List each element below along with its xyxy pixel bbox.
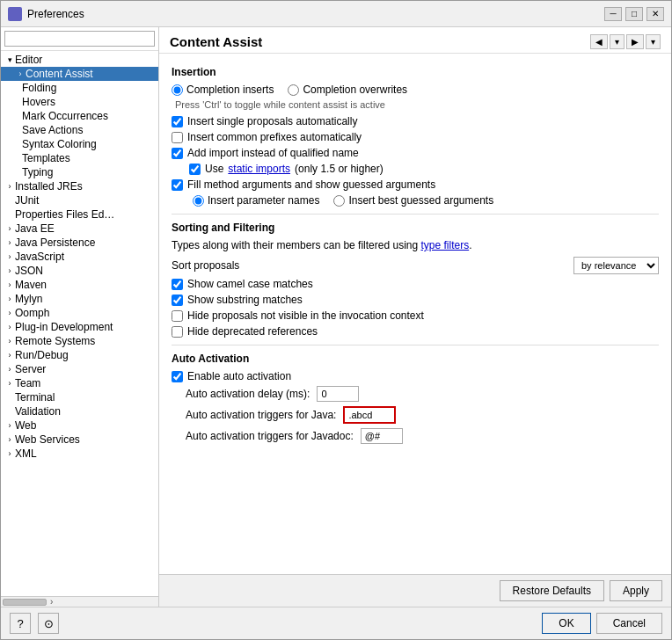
apply-button[interactable]: Apply <box>610 580 662 601</box>
forward-dropdown-button[interactable]: ▾ <box>646 34 661 49</box>
tree-label-junit: JUnit <box>15 194 39 207</box>
static-imports-link[interactable]: static imports <box>228 163 290 175</box>
sorting-section-label: Sorting and Filtering <box>172 222 659 234</box>
tree-item-json[interactable]: › JSON <box>1 264 158 278</box>
search-input[interactable] <box>4 31 155 47</box>
completion-overwrites-label[interactable]: Completion overwrites <box>288 84 407 96</box>
hide-deprecated-text: Hide deprecated references <box>187 325 318 338</box>
dialog-footer: ? ⊙ OK Cancel <box>1 607 671 639</box>
tree-label-remote-systems: Remote Systems <box>15 335 95 347</box>
help-button[interactable]: ? <box>10 613 31 634</box>
insert-single-checkbox[interactable] <box>172 116 183 127</box>
add-import-checkbox[interactable] <box>172 148 183 159</box>
tree-item-mark-occurrences[interactable]: Mark Occurrences <box>1 109 158 123</box>
hide-not-visible-label[interactable]: Hide proposals not visible in the invoca… <box>172 309 424 322</box>
tree-item-save-actions[interactable]: Save Actions <box>1 123 158 137</box>
insert-common-label[interactable]: Insert common prefixes automatically <box>172 131 362 143</box>
sort-proposals-select[interactable]: by relevance alphabetically <box>573 257 659 274</box>
insert-common-row: Insert common prefixes automatically <box>172 131 659 143</box>
tree-item-hovers[interactable]: Hovers <box>1 95 158 109</box>
back-button[interactable]: ◀ <box>590 34 608 49</box>
hide-deprecated-label[interactable]: Hide deprecated references <box>172 325 318 338</box>
tree-item-remote-systems[interactable]: › Remote Systems <box>1 334 158 348</box>
arrow-json: › <box>4 265 15 276</box>
hscrollbar-arrow[interactable]: › <box>50 597 53 607</box>
tree-item-java-persistence[interactable]: › Java Persistence <box>1 236 158 250</box>
tree-hscrollbar[interactable]: › <box>1 596 158 607</box>
tree-item-plugin-development[interactable]: › Plug-in Development <box>1 320 158 334</box>
hide-not-visible-checkbox[interactable] <box>172 310 183 322</box>
ok-button[interactable]: OK <box>542 613 590 634</box>
type-filters-link[interactable]: type filters <box>420 239 469 251</box>
completion-inserts-label[interactable]: Completion inserts <box>172 84 274 96</box>
tree-label-templates: Templates <box>22 152 70 164</box>
tree-item-javascript[interactable]: › JavaScript <box>1 250 158 264</box>
tree-item-oomph[interactable]: › Oomph <box>1 306 158 320</box>
tree-item-xml[interactable]: › XML <box>1 447 158 461</box>
enable-auto-activation-label[interactable]: Enable auto activation <box>172 370 291 382</box>
app-icon <box>8 7 22 21</box>
tree-item-java-ee[interactable]: › Java EE <box>1 222 158 236</box>
fill-method-checkbox[interactable] <box>172 179 183 191</box>
restore-defaults-button[interactable]: Restore Defaults <box>500 580 604 601</box>
minimize-button[interactable]: ─ <box>604 7 622 21</box>
insert-param-radio[interactable] <box>193 195 204 207</box>
insert-param-text: Insert parameter names <box>208 194 319 207</box>
add-import-label[interactable]: Add import instead of qualified name <box>172 147 359 159</box>
link-button[interactable]: ⊙ <box>38 613 59 634</box>
tree-item-terminal[interactable]: Terminal <box>1 390 158 404</box>
enable-auto-activation-checkbox[interactable] <box>172 371 183 382</box>
nav-dropdown-button[interactable]: ▾ <box>610 34 625 49</box>
tree-label-hovers: Hovers <box>22 96 55 108</box>
cancel-button[interactable]: Cancel <box>596 613 662 634</box>
tree-item-editor[interactable]: ▾ Editor <box>1 53 158 67</box>
tree-item-server[interactable]: › Server <box>1 362 158 376</box>
footer-left-buttons: ? ⊙ <box>10 613 59 634</box>
fill-method-label[interactable]: Fill method arguments and show guessed a… <box>172 178 435 191</box>
tree-label-content-assist: Content Assist <box>26 68 93 80</box>
substring-checkbox[interactable] <box>172 295 183 306</box>
static-imports-checkbox[interactable] <box>189 164 201 175</box>
tree-item-run-debug[interactable]: › Run/Debug <box>1 348 158 362</box>
javadoc-triggers-input[interactable] <box>361 428 403 444</box>
tree-item-content-assist[interactable]: › Content Assist <box>1 67 158 81</box>
camel-case-checkbox[interactable] <box>172 279 183 290</box>
tree-item-mylyn[interactable]: › Mylyn <box>1 292 158 306</box>
tree-item-properties-files[interactable]: Properties Files Ed… <box>1 207 158 222</box>
tree-item-templates[interactable]: Templates <box>1 151 158 165</box>
forward-button[interactable]: ▶ <box>626 34 644 49</box>
fill-method-text: Fill method arguments and show guessed a… <box>187 178 435 191</box>
insert-best-radio[interactable] <box>333 195 345 207</box>
tree-item-syntax-coloring[interactable]: Syntax Coloring <box>1 137 158 151</box>
right-header: Content Assist ◀ ▾ ▶ ▾ <box>159 27 671 54</box>
close-button[interactable]: ✕ <box>646 7 664 21</box>
completion-inserts-radio[interactable] <box>172 84 183 96</box>
completion-overwrites-radio[interactable] <box>288 84 299 96</box>
add-import-text: Add import instead of qualified name <box>187 147 359 159</box>
hide-deprecated-checkbox[interactable] <box>172 326 183 338</box>
tree-item-web[interactable]: › Web <box>1 418 158 433</box>
tree-item-maven[interactable]: › Maven <box>1 278 158 292</box>
tree-item-typing[interactable]: Typing <box>1 165 158 179</box>
insert-best-label[interactable]: Insert best guessed arguments <box>333 194 493 207</box>
tree-item-installed-jres[interactable]: › Installed JREs <box>1 179 158 193</box>
tree-item-team[interactable]: › Team <box>1 376 158 390</box>
java-triggers-input[interactable] <box>343 406 396 424</box>
tree-item-junit[interactable]: JUnit <box>1 193 158 207</box>
delay-input[interactable] <box>317 386 359 402</box>
tree-item-web-services[interactable]: › Web Services <box>1 433 158 447</box>
substring-label[interactable]: Show substring matches <box>172 294 303 306</box>
insert-common-checkbox[interactable] <box>172 132 183 143</box>
insert-param-label[interactable]: Insert parameter names <box>193 194 319 207</box>
tree-item-folding[interactable]: Folding <box>1 81 158 95</box>
tree-item-validation[interactable]: Validation <box>1 404 158 418</box>
camel-case-label[interactable]: Show camel case matches <box>172 278 313 290</box>
arrow-content-assist: › <box>15 69 26 79</box>
arrow-web-services: › <box>4 434 15 445</box>
maximize-button[interactable]: □ <box>625 7 643 21</box>
static-imports-row: Use static imports (only 1.5 or higher) <box>189 163 659 175</box>
divider-2 <box>172 345 659 345</box>
arrow-maven: › <box>4 280 15 290</box>
insert-single-label[interactable]: Insert single proposals automatically <box>172 115 357 127</box>
camel-case-text: Show camel case matches <box>187 278 313 290</box>
